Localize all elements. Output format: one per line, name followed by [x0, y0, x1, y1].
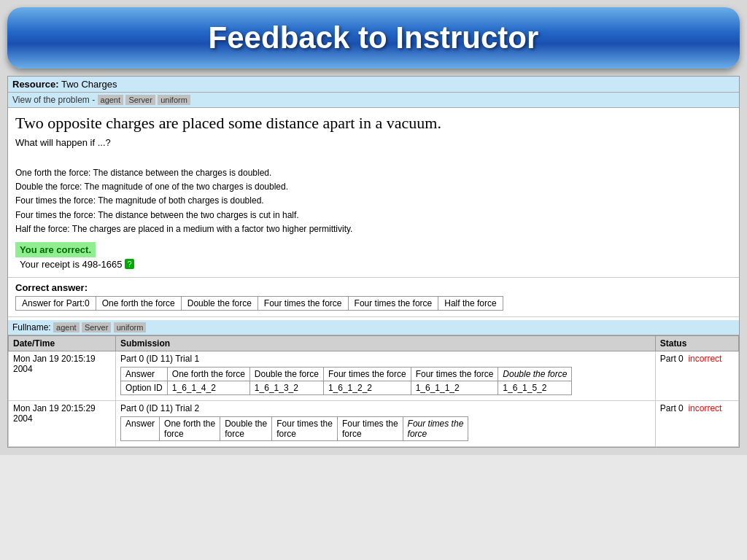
answer-choices: One forth the force: The distance betwee… — [15, 166, 732, 236]
row1-answer-table: Answer One forth the force Double the fo… — [120, 367, 572, 395]
answer-col-1: One forth the force — [96, 296, 181, 310]
choice-5: Half the force: The charges are placed i… — [15, 222, 732, 236]
inner-opt-1: 1_6_1_4_2 — [167, 381, 249, 394]
problem-question: What will happen if ...? — [15, 137, 732, 148]
fullname-bar: Fullname: agent Server uniform — [8, 320, 739, 335]
inner-col-5: Double the force — [498, 367, 572, 381]
row2-answer-table: Answer One forth theforce Double theforc… — [120, 416, 468, 441]
row1-status: Part 0 incorrect — [655, 351, 738, 400]
header-title: Feedback to Instructor — [209, 20, 539, 55]
answer-col-2: Double the force — [181, 296, 258, 310]
view-bar-text: View of the problem - agent Server unifo… — [12, 95, 190, 105]
row1-submission: Part 0 (ID 11) Trial 1 Answer One forth … — [116, 351, 656, 400]
correct-answer-table: Answer for Part:0 One forth the force Do… — [15, 296, 503, 311]
row2-status: Part 0 incorrect — [655, 400, 738, 446]
correct-message: You are correct. — [15, 242, 96, 257]
correct-answer-section: Correct answer: Answer for Part:0 One fo… — [8, 278, 739, 317]
table-row: Mon Jan 19 20:15:292004 Part 0 (ID 11) T… — [9, 400, 739, 446]
submissions-table: Date/Time Submission Status Mon Jan 19 2… — [8, 335, 739, 447]
resource-value: Two Charges — [61, 79, 117, 90]
problem-section: Two opposite charges are placed some dis… — [8, 108, 739, 278]
inner-opt-5: 1_6_1_5_2 — [498, 381, 572, 394]
inner2-col-4: Four times theforce — [337, 416, 403, 440]
answer-col-3: Four times the force — [258, 296, 348, 310]
inner-col-3: Four times the force — [323, 367, 411, 381]
header-banner: Feedback to Instructor — [7, 7, 740, 69]
inner-opt-4: 1_6_1_1_2 — [411, 381, 498, 394]
choice-2: Double the force: The magnitude of one o… — [15, 180, 732, 194]
main-content: Resource: Two Charges View of the proble… — [7, 76, 740, 448]
choice-4: Four times the force: The distance betwe… — [15, 209, 732, 222]
col-header-datetime: Date/Time — [9, 335, 116, 351]
row2-datetime: Mon Jan 19 20:15:292004 — [9, 400, 116, 446]
choice-3: Four times the force: The magnitude of b… — [15, 194, 732, 208]
answer-part-label: Answer for Part:0 — [16, 296, 96, 310]
inner-opt-2: 1_6_1_3_2 — [249, 381, 323, 394]
fullname-text: Fullname: agent Server uniform — [12, 322, 146, 332]
resource-bar: Resource: Two Charges — [8, 77, 739, 93]
inner2-col-2: Double theforce — [220, 416, 272, 440]
row1-datetime: Mon Jan 19 20:15:192004 — [9, 351, 116, 400]
col-header-status: Status — [655, 335, 738, 351]
correct-msg-wrapper: You are correct. — [15, 242, 732, 257]
inner-label-answer: Answer — [121, 367, 168, 381]
resource-label: Resource: — [12, 79, 59, 90]
problem-title: Two opposite charges are placed some dis… — [15, 114, 732, 133]
inner-col-1: One forth the force — [167, 367, 249, 381]
receipt-badge: ? — [125, 259, 133, 269]
receipt-text: Your receipt is 498-1665 — [20, 259, 122, 270]
row2-part: Part 0 (ID 11) Trial 2 — [120, 403, 199, 413]
inner2-col-3: Four times theforce — [272, 416, 338, 440]
inner-label-option: Option ID — [121, 381, 168, 394]
receipt-line: Your receipt is 498-1665 ? — [15, 257, 732, 271]
inner2-col-5: Four times theforce — [403, 416, 468, 440]
row2-submission: Part 0 (ID 11) Trial 2 Answer One forth … — [116, 400, 656, 446]
view-bar: View of the problem - agent Server unifo… — [8, 93, 739, 108]
inner-opt-3: 1_6_1_2_2 — [323, 381, 411, 394]
row2-status-value: incorrect — [688, 403, 721, 413]
answer-col-5: Half the force — [438, 296, 503, 310]
inner2-col-1: One forth theforce — [160, 416, 220, 440]
inner-col-2: Double the force — [249, 367, 323, 381]
inner-col-4: Four times the force — [411, 367, 498, 381]
col-header-submission: Submission — [116, 335, 656, 351]
row1-status-value: incorrect — [688, 354, 721, 364]
inner2-label-answer: Answer — [121, 416, 160, 440]
answer-col-4: Four times the force — [348, 296, 438, 310]
table-row: Mon Jan 19 20:15:192004 Part 0 (ID 11) T… — [9, 351, 739, 400]
choice-1: One forth the force: The distance betwee… — [15, 166, 732, 180]
correct-answer-label: Correct answer: — [15, 282, 732, 293]
row1-part: Part 0 (ID 11) Trial 1 — [120, 354, 199, 364]
